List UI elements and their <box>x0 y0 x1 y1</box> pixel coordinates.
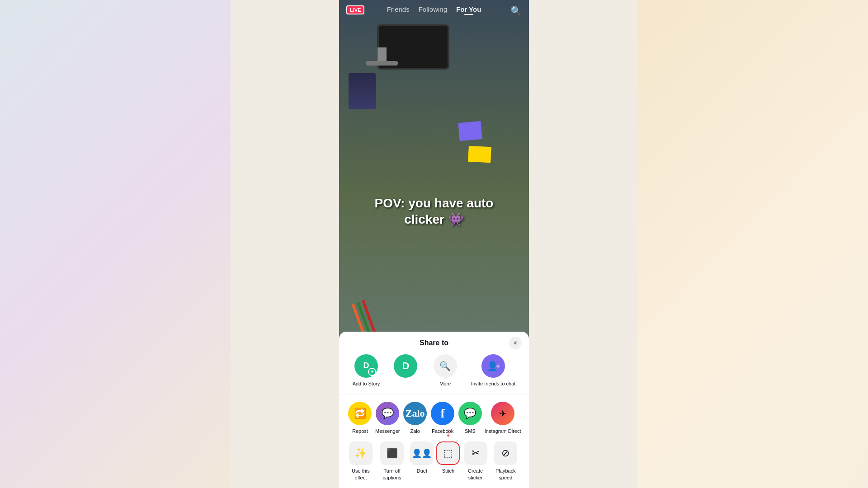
repost-label: Repost <box>352 428 368 434</box>
add-to-story-label: Add to Story <box>353 380 380 387</box>
tab-for-you[interactable]: For You <box>456 5 481 13</box>
close-button[interactable]: × <box>509 337 522 349</box>
repost-icon: 🔁 <box>348 402 372 425</box>
share-row-1: D + Add to Story D 🔍 More <box>346 354 522 387</box>
contact-initial: D <box>402 360 409 372</box>
app-item-instagram-direct[interactable]: ✈ Instagram Direct <box>485 402 521 434</box>
stitch-icon-symbol: ⬚ <box>443 447 453 459</box>
monitor-stand-pole <box>377 47 387 61</box>
instagram-direct-label: Instagram Direct <box>485 428 521 434</box>
share-header: Share to × <box>346 339 522 347</box>
nav-tabs: Friends Following For You <box>387 5 481 13</box>
tab-friends[interactable]: Friends <box>387 5 410 13</box>
add-to-story-icon: D + <box>354 354 378 378</box>
create-sticker-icon: ✂ <box>464 441 487 465</box>
share-item-more[interactable]: 🔍 More <box>432 354 459 387</box>
side-panel-right <box>637 0 868 488</box>
turn-off-captions-icon-symbol: ⬛ <box>387 448 398 459</box>
duet-icon-symbol: 👤👤 <box>412 448 432 458</box>
add-badge: + <box>368 368 376 376</box>
action-item-create-sticker[interactable]: ✂ Create sticker <box>461 441 489 481</box>
color-block-yellow <box>468 146 491 163</box>
turn-off-captions-icon: ⬛ <box>380 441 404 465</box>
divider-1 <box>339 394 529 394</box>
invite-plus: + <box>496 362 500 370</box>
sms-icon-symbol: 💬 <box>464 408 476 419</box>
invite-label: Invite friends to chat <box>471 380 515 387</box>
action-item-turn-off-captions[interactable]: ⬛ Turn off captions <box>375 441 409 481</box>
messenger-label: Messenger <box>375 428 400 434</box>
pov-text: POV: you have auto clicker 👾 <box>375 195 494 228</box>
app-item-zalo[interactable]: Zalo Zalo <box>402 402 428 434</box>
playback-speed-icon-symbol: ⊘ <box>501 447 509 459</box>
pov-line2: clicker 👾 <box>375 211 494 228</box>
app-item-messenger[interactable]: 💬 Messenger <box>374 402 401 434</box>
duet-icon: 👤👤 <box>410 441 434 465</box>
zalo-label: Zalo <box>410 428 420 434</box>
share-item-invite[interactable]: 👤 + Invite friends to chat <box>471 354 515 387</box>
stitch-label: Stitch <box>442 468 455 474</box>
action-item-playback-speed[interactable]: ⊘ Playback speed <box>490 441 522 481</box>
app-item-facebook[interactable]: f Facebook <box>429 402 456 434</box>
search-icon[interactable]: 🔍 <box>510 5 522 16</box>
use-effect-icon-symbol: ✨ <box>354 447 367 459</box>
color-block-purple <box>458 121 482 141</box>
facebook-icon: f <box>431 402 454 425</box>
action-item-duet[interactable]: 👤👤 Duet <box>409 441 435 481</box>
action-row: ✨ Use this effect ⬛ Turn off captions 👤👤… <box>346 441 522 481</box>
zalo-icon: Zalo <box>403 402 427 425</box>
create-sticker-icon-symbol: ✂ <box>472 447 480 459</box>
book-case <box>349 73 376 109</box>
app-item-repost[interactable]: 🔁 Repost <box>347 402 373 434</box>
instagram-direct-icon-symbol: ✈ <box>499 408 507 419</box>
action-item-stitch[interactable]: ↓ ⬚ Stitch <box>435 441 461 481</box>
app-item-sms[interactable]: 💬 SMS <box>457 402 483 434</box>
zalo-icon-text: Zalo <box>406 408 425 419</box>
app-row: 🔁 Repost 💬 Messenger Zalo Zalo <box>346 402 522 434</box>
contact-icon: D <box>394 354 417 378</box>
sms-label: SMS <box>465 428 476 434</box>
share-item-contact[interactable]: D <box>392 354 419 387</box>
share-panel: Share to × D + Add to Story D <box>339 332 529 488</box>
duet-label: Duet <box>417 468 427 474</box>
create-sticker-label: Create sticker <box>461 468 489 481</box>
instagram-direct-icon: ✈ <box>491 402 514 425</box>
phone-container: LIVE Friends Following For You 🔍 POV: yo… <box>339 0 529 488</box>
share-title: Share to <box>420 339 448 347</box>
more-label: More <box>439 380 451 387</box>
use-effect-label: Use this effect <box>346 468 375 481</box>
action-item-use-effect[interactable]: ✨ Use this effect <box>346 441 375 481</box>
use-effect-icon: ✨ <box>349 441 373 465</box>
top-nav: LIVE Friends Following For You 🔍 <box>339 0 529 19</box>
red-arrow: ↓ <box>445 425 451 440</box>
turn-off-captions-label: Turn off captions <box>375 468 409 481</box>
share-item-add-to-story[interactable]: D + Add to Story <box>353 354 380 387</box>
playback-speed-icon: ⊘ <box>494 441 517 465</box>
stitch-icon: ⬚ <box>436 441 460 465</box>
tab-following[interactable]: Following <box>419 5 447 13</box>
more-icon-symbol: 🔍 <box>439 361 451 371</box>
page-wrapper: LIVE Friends Following For You 🔍 POV: yo… <box>0 0 868 488</box>
repost-icon-symbol: 🔁 <box>354 408 366 419</box>
pov-line1: POV: you have auto <box>375 195 494 211</box>
monitor-base <box>366 61 398 66</box>
side-panel-left <box>0 0 231 488</box>
sms-icon: 💬 <box>458 402 482 425</box>
facebook-icon-text: f <box>440 406 444 421</box>
messenger-icon: 💬 <box>376 402 399 425</box>
messenger-icon-symbol: 💬 <box>382 408 394 419</box>
more-icon: 🔍 <box>434 354 457 378</box>
invite-icon: 👤 + <box>481 354 505 378</box>
playback-speed-label: Playback speed <box>490 468 522 481</box>
live-badge: LIVE <box>346 5 364 14</box>
